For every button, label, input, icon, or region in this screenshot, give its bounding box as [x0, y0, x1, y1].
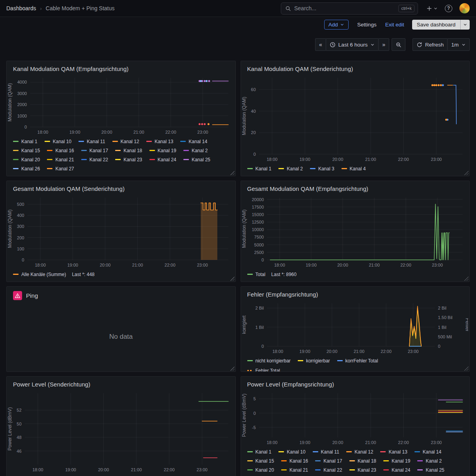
- legend-item[interactable]: Kanal 13: [380, 448, 407, 456]
- legend-item[interactable]: Kanal 1: [13, 137, 37, 146]
- legend-series-marker: [115, 150, 121, 151]
- panel-header[interactable]: Ping: [7, 287, 235, 302]
- panel-header[interactable]: Gesamt Modulation QAM (Senderichtung): [7, 181, 235, 194]
- legend-item[interactable]: Kanal 23: [349, 466, 376, 474]
- legend-item[interactable]: Kanal 21: [281, 466, 308, 474]
- legend-item[interactable]: Kanal 16: [47, 146, 74, 155]
- settings-button[interactable]: Settings: [357, 20, 377, 29]
- legend-item[interactable]: Kanal 22: [315, 466, 342, 474]
- legend-series-label: Kanal 15: [21, 148, 40, 153]
- legend-series-marker: [247, 469, 253, 470]
- legend-item[interactable]: Kanal 15: [247, 457, 274, 465]
- legend-item[interactable]: Kanal 23: [115, 155, 142, 164]
- panel-header[interactable]: Kanal Modulation QAM (Empfangsrichtung): [7, 61, 235, 74]
- legend-item[interactable]: Kanal 14: [414, 448, 441, 456]
- chart-canvas[interactable]: 020406018:0019:0020:0021:0022:0023:00Mod…: [241, 74, 468, 164]
- panel-header[interactable]: Gesamt Modulation QAM (Empfangsrichtung): [241, 181, 470, 194]
- legend-item[interactable]: Kanal 22: [81, 155, 108, 164]
- new-button[interactable]: [424, 4, 440, 13]
- exit-edit-link[interactable]: Exit edit: [385, 22, 404, 28]
- help-button[interactable]: ?: [442, 3, 455, 14]
- panel-header[interactable]: Fehler (Empfangsrichtung): [241, 287, 470, 299]
- panel-header[interactable]: Power Level (Senderichtung): [7, 377, 235, 389]
- legend-item[interactable]: Kanal 2: [183, 146, 208, 155]
- legend-item[interactable]: Kanal 20: [13, 155, 40, 164]
- legend-item[interactable]: Alle Kanäle (Summe)Last *: 448: [13, 270, 95, 278]
- avatar[interactable]: [459, 3, 470, 13]
- svg-text:22:00: 22:00: [165, 130, 176, 134]
- legend-item[interactable]: Kanal 16: [281, 457, 308, 465]
- panel-qam-modulation-rx: Kanal Modulation QAM (Empfangsrichtung) …: [6, 61, 236, 176]
- legend-item[interactable]: korrigierbar: [298, 357, 330, 365]
- panel-title: Power Level (Empfangsrichtung): [247, 381, 334, 388]
- legend-item[interactable]: Kanal 17: [315, 457, 342, 465]
- save-dashboard-caret-button[interactable]: [460, 20, 470, 30]
- search-input[interactable]: [294, 5, 395, 11]
- nav-actions: ?: [424, 3, 470, 14]
- legend-item[interactable]: Kanal 21: [47, 155, 74, 164]
- chart-canvas[interactable]: 010020030040050018:0019:0020:0021:0022:0…: [7, 194, 234, 269]
- legend-item[interactable]: Kanal 12: [346, 448, 373, 456]
- legend-series-marker: [315, 460, 321, 461]
- legend-item[interactable]: Kanal 12: [112, 137, 139, 146]
- legend-item[interactable]: Kanal 1: [247, 164, 272, 173]
- refresh-button[interactable]: Refresh: [413, 38, 448, 51]
- legend-item[interactable]: Kanal 27: [47, 164, 74, 173]
- legend-item[interactable]: Kanal 3: [310, 164, 334, 173]
- chart-canvas[interactable]: -50518:0019:0020:0021:0022:0023:00Power …: [241, 389, 468, 447]
- chart-canvas[interactable]: 0100020003000400018:0019:0020:0021:0022:…: [7, 74, 234, 136]
- chart-canvas[interactable]: 4648505218:0019:0020:0021:0022:0023:00Po…: [7, 389, 234, 474]
- svg-text:0: 0: [261, 258, 263, 262]
- legend-series-marker: [180, 141, 186, 142]
- legend-item[interactable]: Kanal 19: [383, 457, 410, 465]
- legend-series-label: Kanal 23: [123, 157, 142, 162]
- legend-item[interactable]: Kanal 11: [78, 137, 105, 146]
- add-button[interactable]: Add: [324, 20, 349, 30]
- legend-item[interactable]: Kanal 4: [342, 164, 366, 173]
- legend-item[interactable]: Kanal 24: [383, 466, 410, 474]
- legend-item[interactable]: Kanal 14: [180, 137, 207, 146]
- svg-text:2 Bil: 2 Bil: [438, 306, 446, 310]
- legend-series-label: Kanal 15: [256, 458, 274, 464]
- refresh-interval-button[interactable]: 1m: [447, 38, 470, 51]
- legend-item[interactable]: Fehler Total: [247, 366, 280, 371]
- legend-item[interactable]: Kanal 2: [417, 457, 442, 465]
- legend-item[interactable]: Kanal 24: [149, 155, 176, 164]
- breadcrumb-dashboards[interactable]: Dashboards: [6, 5, 36, 11]
- chart-legend: TotalLast *: 8960: [241, 269, 470, 282]
- search-box[interactable]: ctrl+k: [281, 2, 418, 15]
- time-shift-forward-button[interactable]: »: [378, 38, 389, 51]
- chart-canvas[interactable]: 0250050007500100001250015000175002000018…: [241, 194, 468, 269]
- legend-item[interactable]: Kanal 10: [278, 448, 305, 456]
- legend-item[interactable]: nicht korrigierbar: [247, 357, 291, 365]
- legend-item[interactable]: Kanal 2: [278, 164, 303, 173]
- legend-item[interactable]: Kanal 19: [149, 146, 176, 155]
- legend-item[interactable]: Kanal 25: [183, 155, 210, 164]
- legend-item[interactable]: Kanal 20: [247, 466, 274, 474]
- panel-header[interactable]: Power Level (Empfangsrichtung): [241, 377, 470, 389]
- refresh-icon: [416, 42, 422, 48]
- legend-item[interactable]: Kanal 10: [45, 137, 71, 146]
- legend-item[interactable]: Kanal 26: [13, 164, 40, 173]
- legend-item[interactable]: Kanal 13: [146, 137, 173, 146]
- legend-series-label: Kanal 13: [388, 449, 407, 455]
- panel-alert-icon[interactable]: [13, 291, 22, 300]
- legend-series-marker: [342, 168, 347, 169]
- legend-item[interactable]: Kanal 18: [349, 457, 376, 465]
- legend-item[interactable]: korrFehler Total: [337, 357, 378, 365]
- time-range-button[interactable]: Last 6 hours: [326, 38, 379, 51]
- zoom-out-button[interactable]: [392, 38, 405, 51]
- svg-text:5: 5: [253, 396, 256, 401]
- legend-item[interactable]: Kanal 11: [313, 448, 339, 456]
- legend-item[interactable]: Kanal 17: [81, 146, 108, 155]
- save-dashboard-button[interactable]: Save dashboard: [412, 20, 460, 30]
- legend-item[interactable]: Kanal 25: [417, 466, 444, 474]
- legend-item[interactable]: TotalLast *: 8960: [247, 270, 297, 278]
- time-shift-back-button[interactable]: «: [315, 38, 326, 51]
- svg-text:23:00: 23:00: [197, 130, 208, 134]
- legend-item[interactable]: Kanal 15: [13, 146, 40, 155]
- legend-item[interactable]: Kanal 18: [115, 146, 142, 155]
- legend-item[interactable]: Kanal 1: [247, 448, 272, 456]
- chart-canvas[interactable]: 01 Bil2 Bil18:0019:0020:0021:0022:0023:0…: [241, 299, 468, 356]
- panel-header[interactable]: Kanal Modulation QAM (Senderichtung): [241, 61, 470, 74]
